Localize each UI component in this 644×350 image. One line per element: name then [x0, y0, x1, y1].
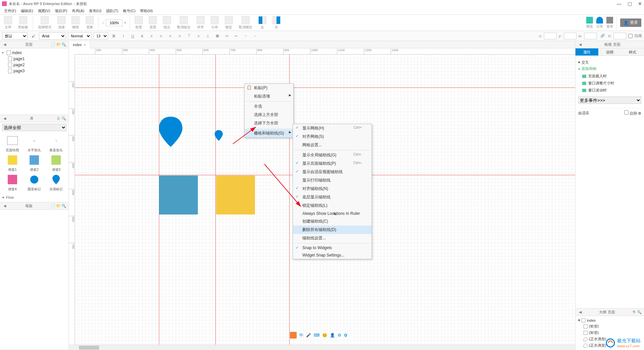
tool-file[interactable]: 文件	[3, 16, 13, 30]
tool-lock[interactable]: 锁定	[223, 16, 234, 30]
menu-team[interactable]: 团队(T)	[104, 8, 120, 14]
lib-arrow-h[interactable]: ↔水平箭头	[24, 134, 44, 153]
maximize-button[interactable]: ▢	[628, 1, 632, 6]
menu-edit[interactable]: 编辑(E)	[19, 8, 35, 14]
collapse-icon[interactable]: ◀	[2, 42, 7, 47]
tool-select[interactable]: 选择模式	[37, 16, 53, 30]
tool-transform[interactable]: 变换	[84, 16, 95, 30]
water-drop-shape-small[interactable]	[215, 130, 223, 141]
lib-sticky1[interactable]: 便签1	[2, 154, 23, 172]
format-paint-icon[interactable]: 🖌	[30, 32, 37, 40]
align-right-button[interactable]: ≡	[176, 32, 183, 40]
font-color-button[interactable]: A	[138, 32, 146, 40]
x-input[interactable]	[544, 33, 557, 39]
ruler-horizontal[interactable]: 2003004005006007008009001000110012001300	[75, 48, 575, 54]
outline-item[interactable]: (矩形)	[578, 323, 641, 329]
valign-top-button[interactable]: ⊤	[185, 32, 193, 40]
tool-ungroup[interactable]: 取消组合	[176, 16, 192, 30]
line-color-button[interactable]: ▭	[223, 32, 230, 40]
menu-project[interactable]: 项目(P)	[53, 8, 69, 14]
add-folder-icon[interactable]: 📁	[56, 42, 61, 47]
tool-align[interactable]: 对齐	[195, 16, 206, 30]
lib-sticky2[interactable]: 便签2	[24, 154, 44, 172]
font-family-select[interactable]: Arial	[39, 32, 66, 40]
line-width-button[interactable]: ═	[232, 32, 240, 40]
zoom-control[interactable]: − +	[102, 20, 126, 26]
search-icon[interactable]: 🔍	[61, 42, 67, 47]
publish-button[interactable]: 发布	[606, 17, 613, 29]
tool-distribute[interactable]: 分布	[209, 16, 220, 30]
underline-button[interactable]: U	[129, 32, 136, 40]
menu-item[interactable]: 显示全局辅助线(G)Ctrl+.	[293, 151, 372, 159]
enable-adaptive-checkbox[interactable]	[624, 110, 629, 115]
tool-front[interactable]: 前置	[133, 16, 144, 30]
sogou-icon[interactable]	[290, 332, 297, 339]
menu-item[interactable]: 锁定辅助线(L)	[293, 201, 372, 210]
more-events-select[interactable]: 更多事件>>>	[578, 96, 641, 104]
menu-item[interactable]: 删除所有辅助线(D)	[293, 226, 372, 234]
collapse-icon[interactable]: ◀	[577, 310, 583, 315]
add-page-icon[interactable]: 📄	[50, 42, 56, 47]
collapse-icon[interactable]: ◀	[2, 203, 7, 209]
flow-section[interactable]: ▸Flow	[0, 194, 69, 201]
menu-layout[interactable]: 布局(A)	[70, 8, 86, 14]
tool-clipboard[interactable]: 剪贴板	[17, 16, 30, 30]
tool-right[interactable]: 右	[271, 16, 282, 30]
add-case-link[interactable]: +添加用例	[578, 65, 641, 73]
filter-icon[interactable]: ⚗	[631, 310, 637, 315]
w-input[interactable]	[584, 33, 597, 39]
menu-view[interactable]: 视图(V)	[36, 8, 52, 14]
arrow-style-button[interactable]: →	[251, 32, 259, 40]
rectangle-yellow[interactable]	[216, 176, 255, 215]
valign-middle-button[interactable]: ≡	[195, 32, 202, 40]
minimize-button[interactable]: —	[617, 1, 621, 6]
menu-item[interactable]: Widget Snap Settings...	[293, 251, 372, 259]
guide-vertical[interactable]	[215, 54, 216, 345]
line-style-button[interactable]: ┄	[242, 32, 249, 40]
menu-item[interactable]: 辅助线设置...	[293, 234, 372, 242]
font-weight-select[interactable]: Normal	[68, 32, 91, 40]
search-icon[interactable]: 🔍	[61, 116, 67, 121]
menu-item[interactable]: 选择上方全部	[245, 111, 293, 119]
menu-item[interactable]: ✓显示页面辅助线(P)Ctrl+,	[293, 159, 372, 168]
lib-sticky3[interactable]: 便签3	[46, 154, 67, 172]
menu-file[interactable]: 文件(F)	[2, 8, 18, 14]
collapse-icon[interactable]: ◀	[577, 42, 583, 47]
align-center-button[interactable]: ≡	[167, 32, 174, 40]
menu-item[interactable]: 创建辅助线(C)	[293, 217, 372, 226]
tool-connect[interactable]: 连接	[56, 16, 67, 30]
tab-style[interactable]: 样式	[621, 48, 644, 55]
menu-item[interactable]: ✓底层显示辅助线	[293, 193, 372, 201]
menu-item[interactable]: 显示打印辅助线	[293, 176, 372, 185]
lib-arrow-v[interactable]: ↕垂直箭头	[46, 134, 67, 153]
tool-back[interactable]: 后置	[147, 16, 158, 30]
preview-button[interactable]: 预览	[586, 17, 593, 29]
lock-aspect-icon[interactable]: 🔗	[599, 32, 606, 40]
tool-group[interactable]: 组合	[162, 16, 172, 30]
tab-index[interactable]: index×	[69, 41, 90, 48]
menu-item[interactable]: 栅格和辅助线(G)▶	[245, 129, 293, 138]
menu-item[interactable]: Always Show Locations In Ruler	[293, 210, 372, 217]
lib-sticky4[interactable]: 便签4	[2, 173, 23, 192]
bold-button[interactable]: B	[110, 32, 118, 40]
align-left-button[interactable]: ≡	[157, 32, 165, 40]
canvas[interactable]: 📋粘贴(P)粘贴选项▶全选选择上方全部选择下方全部栅格和辅助线(G)▶ ✓显示网…	[75, 54, 575, 345]
outline-item[interactable]: (矩形)	[578, 329, 641, 336]
tool-unlock[interactable]: 取消锁定	[238, 16, 254, 30]
menu-account[interactable]: 账号(C)	[121, 8, 137, 14]
library-select[interactable]: 选择全部	[2, 124, 67, 131]
guide-horizontal[interactable]	[75, 87, 575, 88]
login-button[interactable]: 👤登录	[620, 18, 641, 27]
search-icon[interactable]: 🔍	[61, 203, 67, 209]
style-preset-select[interactable]: 默认	[2, 32, 28, 40]
menu-item[interactable]: 选择下方全部	[245, 119, 293, 127]
hidden-checkbox[interactable]	[628, 32, 633, 40]
fill-color-button[interactable]: ▦	[214, 32, 221, 40]
search-icon[interactable]: 🔍	[637, 310, 642, 315]
y-input[interactable]	[564, 33, 576, 39]
page-node-page1[interactable]: page1	[0, 56, 69, 62]
horizontal-scrollbar[interactable]	[69, 345, 575, 350]
lib-drop-marker[interactable]: 水滴标记	[46, 173, 67, 192]
zoom-input[interactable]	[106, 20, 123, 26]
menu-item[interactable]: ✓显示网格(H)Ctrl+'	[293, 124, 372, 132]
